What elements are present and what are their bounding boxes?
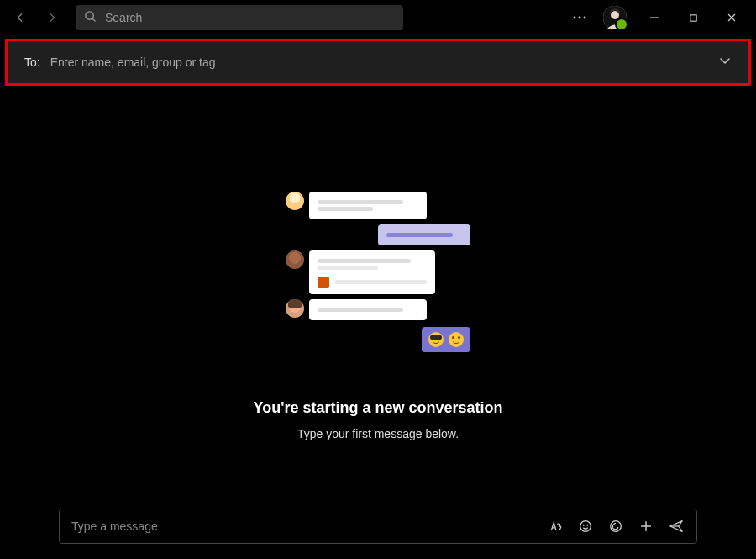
empty-state: You're starting a new conversation Type … — [0, 89, 756, 500]
message-input[interactable] — [71, 519, 542, 533]
search-icon — [84, 10, 97, 26]
maximize-button[interactable] — [675, 4, 711, 31]
recipients-bar: To: — [5, 39, 751, 86]
emoji-button[interactable] — [572, 513, 599, 540]
svg-point-7 — [580, 521, 591, 532]
svg-point-1 — [574, 17, 576, 19]
svg-point-10 — [611, 521, 622, 532]
recipients-input[interactable] — [50, 55, 718, 69]
empty-state-heading: You're starting a new conversation — [253, 399, 502, 417]
send-button[interactable] — [663, 513, 690, 540]
compose-box — [59, 509, 697, 544]
svg-point-2 — [579, 17, 581, 19]
svg-point-9 — [587, 525, 588, 525]
svg-point-8 — [583, 525, 584, 525]
search-input[interactable] — [105, 11, 395, 24]
forward-button[interactable] — [39, 4, 66, 31]
close-button[interactable] — [714, 4, 749, 31]
gif-button[interactable] — [602, 513, 629, 540]
to-label: To: — [24, 55, 40, 69]
back-button[interactable] — [7, 4, 34, 31]
minimize-button[interactable] — [637, 4, 672, 31]
format-button[interactable] — [542, 513, 569, 540]
empty-state-subtext: Type your first message below. — [297, 427, 459, 440]
svg-rect-6 — [690, 14, 696, 20]
user-avatar[interactable] — [603, 6, 627, 29]
chevron-down-icon[interactable] — [718, 54, 732, 71]
titlebar — [0, 0, 756, 35]
attach-button[interactable] — [633, 513, 659, 540]
svg-point-3 — [584, 17, 586, 19]
conversation-illustration — [286, 192, 470, 357]
more-button[interactable] — [566, 4, 593, 31]
svg-point-5 — [611, 11, 619, 19]
search-box[interactable] — [76, 5, 403, 30]
